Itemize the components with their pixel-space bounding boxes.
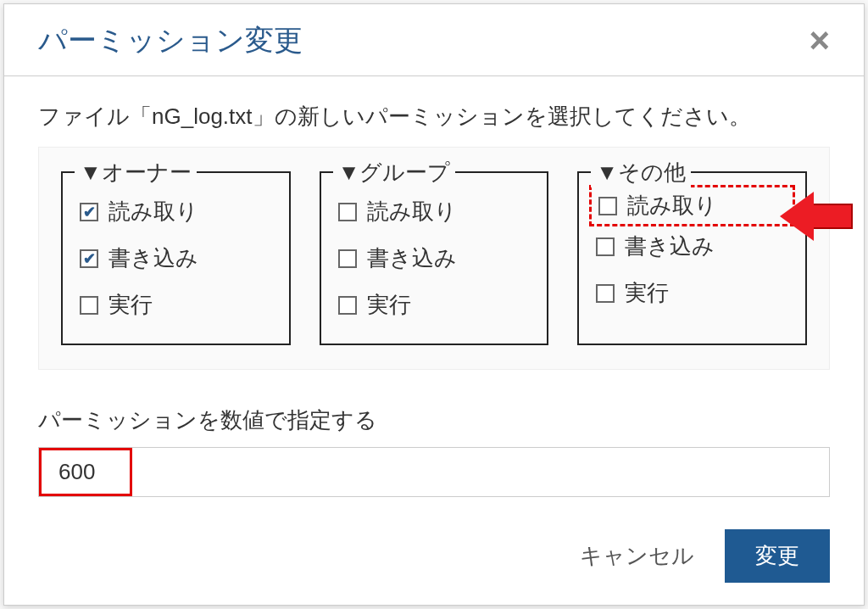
cancel-button[interactable]: キャンセル bbox=[580, 541, 694, 571]
other-execute-label: 実行 bbox=[625, 278, 669, 308]
group-write-row[interactable]: 書き込み bbox=[338, 235, 531, 282]
fieldset-owner: ▼オーナー 読み取り 書き込み 実行 bbox=[61, 171, 291, 345]
other-execute-row[interactable]: 実行 bbox=[596, 270, 788, 316]
submit-button[interactable]: 変更 bbox=[725, 529, 830, 583]
legend-other: ▼その他 bbox=[591, 158, 691, 187]
dialog-title: パーミッション変更 bbox=[38, 21, 303, 60]
numeric-section: パーミッションを数値で指定する 600 bbox=[38, 405, 830, 497]
owner-read-label: 読み取り bbox=[108, 197, 198, 226]
group-execute-checkbox[interactable] bbox=[338, 296, 357, 315]
numeric-input-wrap: 600 bbox=[38, 447, 830, 497]
legend-group: ▼グループ bbox=[333, 158, 456, 187]
dialog-footer: キャンセル 変更 bbox=[4, 509, 864, 605]
group-execute-label: 実行 bbox=[367, 290, 411, 320]
dialog-body: ファイル「nG_log.txt」の新しいパーミッションを選択してください。 ▼オ… bbox=[4, 76, 864, 509]
owner-write-checkbox[interactable] bbox=[80, 249, 98, 268]
other-write-checkbox[interactable] bbox=[596, 237, 615, 256]
owner-write-row[interactable]: 書き込み bbox=[80, 235, 272, 282]
permission-panels: ▼オーナー 読み取り 書き込み 実行 ▼グループ bbox=[38, 147, 830, 370]
group-read-checkbox[interactable] bbox=[338, 203, 357, 221]
owner-execute-checkbox[interactable] bbox=[80, 296, 98, 315]
owner-read-row[interactable]: 読み取り bbox=[80, 188, 272, 235]
fieldset-other: ▼その他 読み取り 書き込み 実行 bbox=[577, 171, 807, 345]
owner-execute-row[interactable]: 実行 bbox=[80, 282, 272, 328]
legend-owner: ▼オーナー bbox=[75, 158, 197, 187]
other-write-row[interactable]: 書き込み bbox=[596, 223, 788, 270]
other-execute-checkbox[interactable] bbox=[596, 284, 615, 303]
numeric-input[interactable]: 600 bbox=[39, 448, 132, 496]
close-icon[interactable]: × bbox=[809, 23, 830, 59]
other-write-label: 書き込み bbox=[625, 232, 715, 261]
fieldset-group: ▼グループ 読み取り 書き込み 実行 bbox=[320, 171, 549, 345]
other-read-row[interactable]: 読み取り bbox=[589, 185, 795, 226]
dialog-header: パーミッション変更 × bbox=[4, 4, 864, 76]
numeric-label: パーミッションを数値で指定する bbox=[38, 405, 830, 435]
group-write-label: 書き込み bbox=[367, 243, 457, 273]
group-read-row[interactable]: 読み取り bbox=[338, 188, 531, 235]
group-write-checkbox[interactable] bbox=[338, 249, 357, 268]
owner-write-label: 書き込み bbox=[108, 243, 198, 273]
owner-read-checkbox[interactable] bbox=[80, 203, 98, 221]
group-execute-row[interactable]: 実行 bbox=[338, 282, 531, 328]
permission-dialog: パーミッション変更 × ファイル「nG_log.txt」の新しいパーミッションを… bbox=[3, 3, 865, 606]
other-read-checkbox[interactable] bbox=[598, 197, 617, 215]
prompt-text: ファイル「nG_log.txt」の新しいパーミッションを選択してください。 bbox=[38, 102, 830, 131]
group-read-label: 読み取り bbox=[367, 197, 457, 226]
owner-execute-label: 実行 bbox=[108, 290, 153, 320]
other-read-label: 読み取り bbox=[627, 191, 717, 221]
